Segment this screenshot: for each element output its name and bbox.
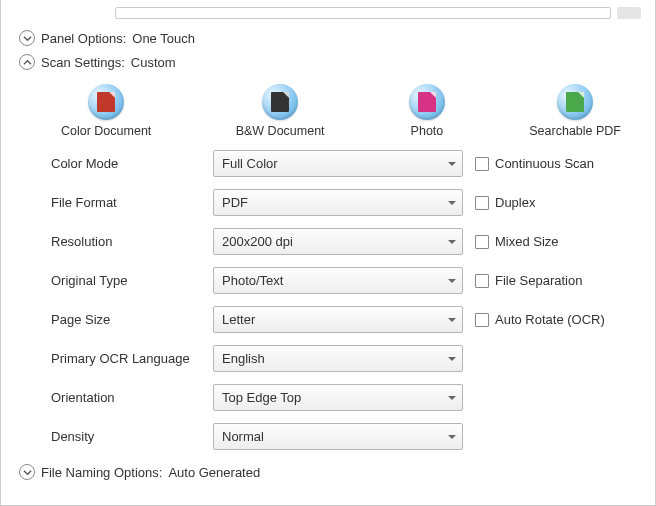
ocr-language-select[interactable]: English bbox=[213, 345, 463, 372]
file-separation-checkbox[interactable]: File Separation bbox=[475, 273, 635, 288]
mixed-size-checkbox[interactable]: Mixed Size bbox=[475, 234, 635, 249]
profile-photo[interactable]: Photo bbox=[409, 84, 445, 138]
scan-settings-value: Custom bbox=[131, 55, 176, 70]
profile-color-document[interactable]: Color Document bbox=[61, 84, 151, 138]
file-naming-value: Auto Generated bbox=[168, 465, 260, 480]
panel-options-value: One Touch bbox=[132, 31, 195, 46]
profile-label: B&W Document bbox=[236, 124, 325, 138]
continuous-scan-checkbox[interactable]: Continuous Scan bbox=[475, 156, 635, 171]
auto-rotate-ocr-checkbox[interactable]: Auto Rotate (OCR) bbox=[475, 312, 635, 327]
panel-options-header[interactable]: Panel Options: One Touch bbox=[15, 26, 641, 50]
density-label: Density bbox=[51, 429, 201, 444]
color-mode-select[interactable]: Full Color bbox=[213, 150, 463, 177]
file-format-value: PDF bbox=[222, 195, 248, 210]
orientation-select[interactable]: Top Edge Top bbox=[213, 384, 463, 411]
pdf-gray-icon bbox=[262, 84, 298, 120]
checkbox-box bbox=[475, 157, 489, 171]
panel-options-title: Panel Options: bbox=[41, 31, 126, 46]
checkbox-box bbox=[475, 196, 489, 210]
checkbox-label: File Separation bbox=[495, 273, 582, 288]
checkbox-box bbox=[475, 274, 489, 288]
file-format-label: File Format bbox=[51, 195, 201, 210]
settings-grid: Color Mode Full Color Continuous Scan Fi… bbox=[51, 150, 631, 450]
profile-label: Color Document bbox=[61, 124, 151, 138]
checkbox-label: Duplex bbox=[495, 195, 535, 210]
original-type-select[interactable]: Photo/Text bbox=[213, 267, 463, 294]
resolution-label: Resolution bbox=[51, 234, 201, 249]
page-size-value: Letter bbox=[222, 312, 255, 327]
orientation-value: Top Edge Top bbox=[222, 390, 301, 405]
photo-pink-icon bbox=[409, 84, 445, 120]
color-mode-value: Full Color bbox=[222, 156, 278, 171]
checkbox-box bbox=[475, 235, 489, 249]
profile-row: Color Document B&W Document Photo Search… bbox=[51, 80, 631, 150]
density-value: Normal bbox=[222, 429, 264, 444]
file-format-select[interactable]: PDF bbox=[213, 189, 463, 216]
top-input-fragment[interactable] bbox=[115, 7, 611, 19]
original-type-label: Original Type bbox=[51, 273, 201, 288]
top-remnant bbox=[115, 6, 641, 20]
scan-settings-header[interactable]: Scan Settings: Custom bbox=[15, 50, 641, 74]
density-select[interactable]: Normal bbox=[213, 423, 463, 450]
chevron-up-icon bbox=[19, 54, 35, 70]
resolution-value: 200x200 dpi bbox=[222, 234, 293, 249]
color-mode-label: Color Mode bbox=[51, 156, 201, 171]
profile-label: Searchable PDF bbox=[529, 124, 621, 138]
file-naming-header[interactable]: File Naming Options: Auto Generated bbox=[15, 460, 641, 484]
orientation-label: Orientation bbox=[51, 390, 201, 405]
original-type-value: Photo/Text bbox=[222, 273, 283, 288]
pdf-green-icon bbox=[557, 84, 593, 120]
profile-bw-document[interactable]: B&W Document bbox=[236, 84, 325, 138]
chevron-down-icon bbox=[19, 30, 35, 46]
top-button-fragment[interactable] bbox=[617, 7, 641, 19]
page-size-label: Page Size bbox=[51, 312, 201, 327]
file-naming-title: File Naming Options: bbox=[41, 465, 162, 480]
checkbox-box bbox=[475, 313, 489, 327]
resolution-select[interactable]: 200x200 dpi bbox=[213, 228, 463, 255]
checkbox-label: Continuous Scan bbox=[495, 156, 594, 171]
profile-label: Photo bbox=[411, 124, 444, 138]
duplex-checkbox[interactable]: Duplex bbox=[475, 195, 635, 210]
ocr-language-value: English bbox=[222, 351, 265, 366]
profile-searchable-pdf[interactable]: Searchable PDF bbox=[529, 84, 621, 138]
checkbox-label: Mixed Size bbox=[495, 234, 559, 249]
scan-settings-body: Color Document B&W Document Photo Search… bbox=[15, 74, 641, 456]
page-size-select[interactable]: Letter bbox=[213, 306, 463, 333]
scan-settings-title: Scan Settings: bbox=[41, 55, 125, 70]
chevron-down-icon bbox=[19, 464, 35, 480]
pdf-red-icon bbox=[88, 84, 124, 120]
checkbox-label: Auto Rotate (OCR) bbox=[495, 312, 605, 327]
ocr-language-label: Primary OCR Language bbox=[51, 351, 201, 366]
